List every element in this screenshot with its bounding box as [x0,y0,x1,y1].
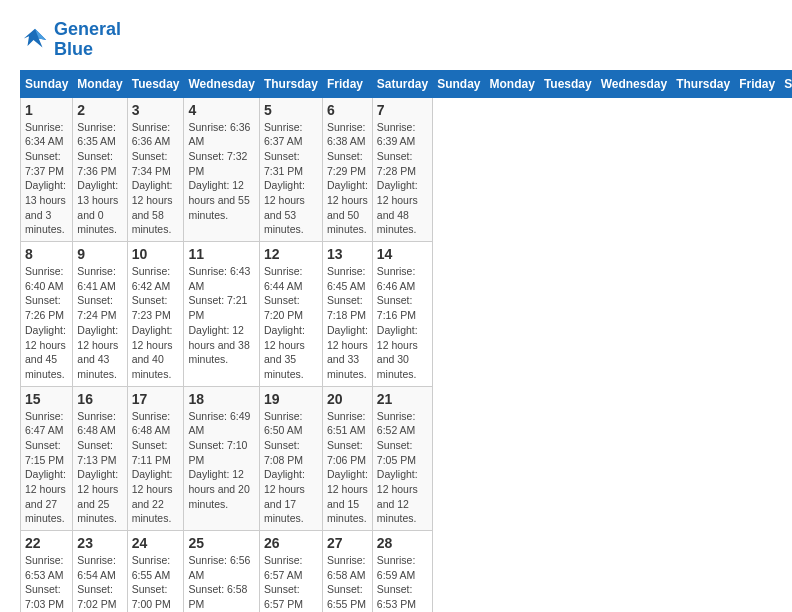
header-friday: Friday [322,70,372,97]
calendar-week-2: 8 Sunrise: 6:40 AMSunset: 7:26 PMDayligh… [21,242,793,387]
day-number: 27 [327,535,368,551]
weekday-header-friday: Friday [735,70,780,97]
calendar-cell: 8 Sunrise: 6:40 AMSunset: 7:26 PMDayligh… [21,242,73,387]
calendar-cell: 14 Sunrise: 6:46 AMSunset: 7:16 PMDaylig… [372,242,432,387]
calendar-cell: 9 Sunrise: 6:41 AMSunset: 7:24 PMDayligh… [73,242,127,387]
calendar-cell: 1 Sunrise: 6:34 AMSunset: 7:37 PMDayligh… [21,97,73,242]
calendar-cell: 25 Sunrise: 6:56 AMSunset: 6:58 PMDaylig… [184,531,259,612]
cell-content: Sunrise: 6:45 AMSunset: 7:18 PMDaylight:… [327,264,368,382]
calendar-week-1: 1 Sunrise: 6:34 AMSunset: 7:37 PMDayligh… [21,97,793,242]
header-thursday: Thursday [259,70,322,97]
day-number: 10 [132,246,180,262]
calendar-cell: 20 Sunrise: 6:51 AMSunset: 7:06 PMDaylig… [322,386,372,531]
weekday-header-monday: Monday [485,70,539,97]
day-number: 28 [377,535,428,551]
calendar-table: SundayMondayTuesdayWednesdayThursdayFrid… [20,70,792,612]
day-number: 16 [77,391,122,407]
cell-content: Sunrise: 6:39 AMSunset: 7:28 PMDaylight:… [377,120,428,238]
calendar-cell: 28 Sunrise: 6:59 AMSunset: 6:53 PMDaylig… [372,531,432,612]
cell-content: Sunrise: 6:59 AMSunset: 6:53 PMDaylight:… [377,553,428,612]
calendar-header-row: SundayMondayTuesdayWednesdayThursdayFrid… [21,70,793,97]
page-header: General Blue [20,20,772,60]
day-number: 14 [377,246,428,262]
cell-content: Sunrise: 6:54 AMSunset: 7:02 PMDaylight:… [77,553,122,612]
calendar-cell: 5 Sunrise: 6:37 AMSunset: 7:31 PMDayligh… [259,97,322,242]
cell-content: Sunrise: 6:37 AMSunset: 7:31 PMDaylight:… [264,120,318,238]
cell-content: Sunrise: 6:43 AMSunset: 7:21 PMDaylight:… [188,264,254,367]
day-number: 2 [77,102,122,118]
header-monday: Monday [73,70,127,97]
calendar-cell: 6 Sunrise: 6:38 AMSunset: 7:29 PMDayligh… [322,97,372,242]
logo: General Blue [20,20,121,60]
cell-content: Sunrise: 6:58 AMSunset: 6:55 PMDaylight:… [327,553,368,612]
cell-content: Sunrise: 6:44 AMSunset: 7:20 PMDaylight:… [264,264,318,382]
cell-content: Sunrise: 6:40 AMSunset: 7:26 PMDaylight:… [25,264,68,382]
cell-content: Sunrise: 6:41 AMSunset: 7:24 PMDaylight:… [77,264,122,382]
header-tuesday: Tuesday [127,70,184,97]
cell-content: Sunrise: 6:42 AMSunset: 7:23 PMDaylight:… [132,264,180,382]
calendar-cell: 17 Sunrise: 6:48 AMSunset: 7:11 PMDaylig… [127,386,184,531]
day-number: 1 [25,102,68,118]
day-number: 15 [25,391,68,407]
cell-content: Sunrise: 6:48 AMSunset: 7:11 PMDaylight:… [132,409,180,527]
day-number: 11 [188,246,254,262]
cell-content: Sunrise: 6:46 AMSunset: 7:16 PMDaylight:… [377,264,428,382]
day-number: 21 [377,391,428,407]
cell-content: Sunrise: 6:49 AMSunset: 7:10 PMDaylight:… [188,409,254,512]
cell-content: Sunrise: 6:55 AMSunset: 7:00 PMDaylight:… [132,553,180,612]
day-number: 13 [327,246,368,262]
day-number: 4 [188,102,254,118]
weekday-header-tuesday: Tuesday [539,70,596,97]
header-saturday: Saturday [372,70,432,97]
calendar-cell: 4 Sunrise: 6:36 AMSunset: 7:32 PMDayligh… [184,97,259,242]
day-number: 7 [377,102,428,118]
logo-text: General Blue [54,20,121,60]
day-number: 24 [132,535,180,551]
calendar-cell: 18 Sunrise: 6:49 AMSunset: 7:10 PMDaylig… [184,386,259,531]
cell-content: Sunrise: 6:47 AMSunset: 7:15 PMDaylight:… [25,409,68,527]
day-number: 26 [264,535,318,551]
weekday-header-wednesday: Wednesday [596,70,671,97]
day-number: 6 [327,102,368,118]
calendar-cell: 21 Sunrise: 6:52 AMSunset: 7:05 PMDaylig… [372,386,432,531]
calendar-cell: 12 Sunrise: 6:44 AMSunset: 7:20 PMDaylig… [259,242,322,387]
calendar-cell: 27 Sunrise: 6:58 AMSunset: 6:55 PMDaylig… [322,531,372,612]
cell-content: Sunrise: 6:56 AMSunset: 6:58 PMDaylight:… [188,553,254,612]
day-number: 22 [25,535,68,551]
calendar-week-4: 22 Sunrise: 6:53 AMSunset: 7:03 PMDaylig… [21,531,793,612]
calendar-cell: 23 Sunrise: 6:54 AMSunset: 7:02 PMDaylig… [73,531,127,612]
logo-icon [20,25,50,55]
calendar-cell: 11 Sunrise: 6:43 AMSunset: 7:21 PMDaylig… [184,242,259,387]
calendar-cell: 22 Sunrise: 6:53 AMSunset: 7:03 PMDaylig… [21,531,73,612]
cell-content: Sunrise: 6:48 AMSunset: 7:13 PMDaylight:… [77,409,122,527]
day-number: 17 [132,391,180,407]
header-sunday: Sunday [21,70,73,97]
day-number: 3 [132,102,180,118]
calendar-cell: 19 Sunrise: 6:50 AMSunset: 7:08 PMDaylig… [259,386,322,531]
calendar-cell: 7 Sunrise: 6:39 AMSunset: 7:28 PMDayligh… [372,97,432,242]
calendar-cell: 10 Sunrise: 6:42 AMSunset: 7:23 PMDaylig… [127,242,184,387]
cell-content: Sunrise: 6:36 AMSunset: 7:32 PMDaylight:… [188,120,254,223]
cell-content: Sunrise: 6:50 AMSunset: 7:08 PMDaylight:… [264,409,318,527]
weekday-header-saturday: Saturday [780,70,792,97]
day-number: 5 [264,102,318,118]
day-number: 12 [264,246,318,262]
day-number: 18 [188,391,254,407]
calendar-week-3: 15 Sunrise: 6:47 AMSunset: 7:15 PMDaylig… [21,386,793,531]
cell-content: Sunrise: 6:52 AMSunset: 7:05 PMDaylight:… [377,409,428,527]
cell-content: Sunrise: 6:38 AMSunset: 7:29 PMDaylight:… [327,120,368,238]
cell-content: Sunrise: 6:34 AMSunset: 7:37 PMDaylight:… [25,120,68,238]
weekday-header-thursday: Thursday [672,70,735,97]
calendar-cell: 2 Sunrise: 6:35 AMSunset: 7:36 PMDayligh… [73,97,127,242]
cell-content: Sunrise: 6:51 AMSunset: 7:06 PMDaylight:… [327,409,368,527]
weekday-header-sunday: Sunday [433,70,485,97]
calendar-cell: 24 Sunrise: 6:55 AMSunset: 7:00 PMDaylig… [127,531,184,612]
calendar-cell: 16 Sunrise: 6:48 AMSunset: 7:13 PMDaylig… [73,386,127,531]
day-number: 23 [77,535,122,551]
cell-content: Sunrise: 6:36 AMSunset: 7:34 PMDaylight:… [132,120,180,238]
calendar-cell: 26 Sunrise: 6:57 AMSunset: 6:57 PMDaylig… [259,531,322,612]
day-number: 20 [327,391,368,407]
day-number: 19 [264,391,318,407]
cell-content: Sunrise: 6:57 AMSunset: 6:57 PMDaylight:… [264,553,318,612]
calendar-cell: 3 Sunrise: 6:36 AMSunset: 7:34 PMDayligh… [127,97,184,242]
